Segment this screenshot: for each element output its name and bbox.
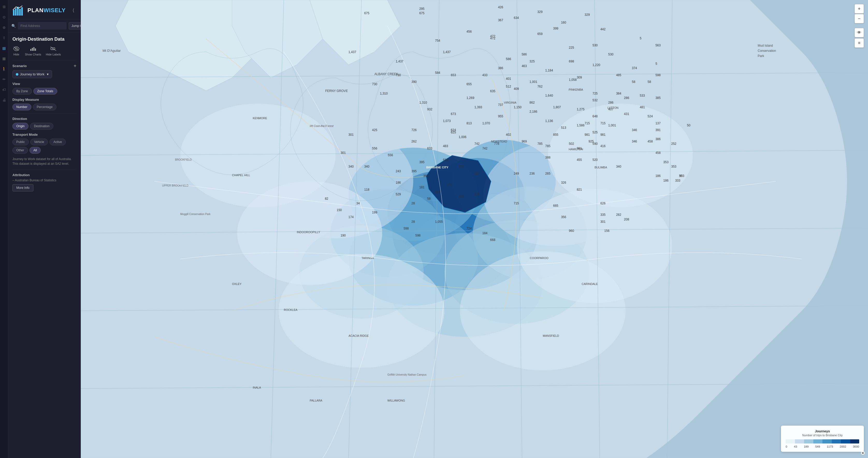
svg-rect-1 [15,8,17,16]
svg-text:ROCKLEA: ROCKLEA [284,308,298,311]
toolbar-hide-labels[interactable]: Abc Hide Labels [46,45,61,56]
svg-text:Mud Island: Mud Island [758,44,773,48]
svg-rect-10 [35,49,36,51]
svg-text:VIRGINIA: VIRGINIA [504,101,517,104]
more-info-button[interactable]: More Info [12,184,33,191]
legend-label-5: 2002 [840,445,846,448]
nav-icon-layers[interactable]: ⊞ [1,3,8,10]
svg-text:ACACIA RIDGE: ACACIA RIDGE [348,334,369,337]
svg-rect-0 [13,10,14,16]
toolbar: Hide Show Charts Abc Hide Labels [12,45,76,56]
nav-icon-pencil[interactable]: ✏ [1,75,8,83]
logo-text: PLANWISELY [27,7,65,14]
nav-icon-layers2[interactable]: ▤ [1,44,8,52]
legend-title: Journeys [786,429,859,433]
direction-destination-btn[interactable]: Destination [30,123,53,129]
logo: PLANWISELY [12,5,65,16]
hide-label: Hide [13,53,20,56]
eye-button[interactable]: 👁 [855,28,864,37]
view-zone-totals-btn[interactable]: Zone Totals [33,88,57,95]
legend-label-2: 189 [804,445,808,448]
logo-icon [12,5,25,16]
svg-text:CARINDALE: CARINDALE [582,282,598,285]
direction-btn-group: Origin Destination [12,123,76,129]
nav-icon-walk[interactable]: 🚶 [1,65,8,72]
zoom-in-button[interactable]: + [855,4,864,13]
view-btn-group: By Zone Zone Totals [12,88,76,95]
nav-icon-location[interactable]: ⊚ [1,24,8,31]
svg-text:OXLEY: OXLEY [232,282,242,285]
scenario-chevron-icon: ▾ [47,72,49,76]
charts-icon [29,45,37,52]
zoom-out-button[interactable]: − [855,14,864,23]
view-label: View [12,82,20,86]
svg-text:Moggill Conservation Park: Moggill Conservation Park [180,213,211,216]
svg-rect-3 [19,9,21,16]
mode-public-btn[interactable]: Public [12,139,29,145]
layers-button[interactable]: ≡ [855,38,864,48]
mode-all-btn[interactable]: All [30,147,41,154]
nav-icon-print[interactable]: 🖨 [1,96,8,103]
legend: Journeys Number of trips to Brisbane Cit… [781,426,864,452]
nav-icon-share[interactable]: ⇧ [1,34,8,41]
svg-text:COORPAROO: COORPAROO [530,256,549,259]
logo-bar: PLANWISELY ⟨ [8,0,81,20]
svg-text:CHAPEL HILL: CHAPEL HILL [232,174,250,177]
view-by-zone-btn[interactable]: By Zone [12,88,32,95]
svg-text:FERNY GROVE: FERNY GROVE [325,89,348,93]
map-container[interactable]: Mt Coot-tha Forest BROOKFIELD UPPER BROO… [81,0,868,458]
direction-origin-btn[interactable]: Origin [12,123,29,129]
svg-text:Mt D'Aguilar: Mt D'Aguilar [102,49,121,53]
view-section: View [12,82,76,86]
mode-active-btn[interactable]: Active [50,139,66,145]
legend-label-3: 549 [815,445,820,448]
transport-mode-section: Transport Mode [12,133,76,136]
legend-label-6: 3000 [853,445,859,448]
svg-text:KENMORE: KENMORE [253,117,267,120]
svg-text:BULIMBA: BULIMBA [594,166,607,169]
svg-text:MANSFIELD: MANSFIELD [543,334,559,337]
scenario-section: Scenario + [12,63,76,68]
add-scenario-button[interactable]: + [73,63,76,68]
scenario-value: Journey to Work [20,72,44,76]
svg-point-39 [548,103,693,207]
direction-label: Direction [12,117,27,121]
svg-text:ALBANY CREEK: ALBANY CREEK [374,72,398,76]
toolbar-show-charts[interactable]: Show Charts [25,45,41,56]
nav-icon-search[interactable]: ⊙ [1,13,8,21]
hide-labels-label: Hide Labels [46,53,61,56]
nav-icon-chart[interactable]: ▦ [1,55,8,62]
collapse-button[interactable]: ⟨ [70,6,76,14]
attribution-label: Attribution [12,173,76,177]
svg-text:Griffith University Nathan Cam: Griffith University Nathan Campus [388,373,427,376]
svg-rect-7 [30,49,31,51]
svg-text:WILLAWONG: WILLAWONG [388,399,405,402]
svg-text:HAMILTON: HAMILTON [569,148,583,151]
mode-other-btn[interactable]: Other [12,147,28,154]
search-bar: 🔍 Jump to Region ▾ [8,20,81,32]
scenario-dropdown[interactable]: Journey to Work ▾ [12,70,52,78]
legend-label-0: 0 [786,445,787,448]
measure-number-btn[interactable]: Number [12,103,31,110]
measure-percentage-btn[interactable]: Percentage [33,103,57,110]
search-input[interactable] [18,22,67,30]
mode-vehicle-btn[interactable]: Vehicle [30,139,48,145]
nav-icon-tag[interactable]: 🏷 [1,86,8,93]
svg-rect-8 [32,48,33,51]
slim-nav: ⊞ ⊙ ⊚ ⇧ ▤ ▦ 🚶 ✏ 🏷 🖨 [0,0,8,458]
svg-text:PALLARA: PALLARA [310,399,322,402]
legend-subtitle: Number of trips to Brisbane City [786,434,859,437]
svg-rect-9 [33,47,34,51]
zoom-controls: + − [855,4,864,23]
hide-icon [12,45,20,52]
transport-mode-btn-group: Public Vehicle Active Other All [12,139,76,154]
legend-labels: 0 43 189 549 1173 2002 3000 [786,445,859,448]
label-icon: Abc [50,45,57,52]
svg-text:UPPER BROOKFIELD: UPPER BROOKFIELD [162,184,188,187]
toolbar-hide[interactable]: Hide [12,45,20,56]
jump-to-region-button[interactable]: Jump to Region ▾ [69,22,81,30]
svg-text:Mt Coot-tha Forest: Mt Coot-tha Forest [310,124,334,127]
svg-text:INDOOROOPILLY: INDOOROOPILLY [297,231,320,234]
jump-to-region-label: Jump to Region [71,24,81,28]
direction-section: Direction [12,117,76,121]
